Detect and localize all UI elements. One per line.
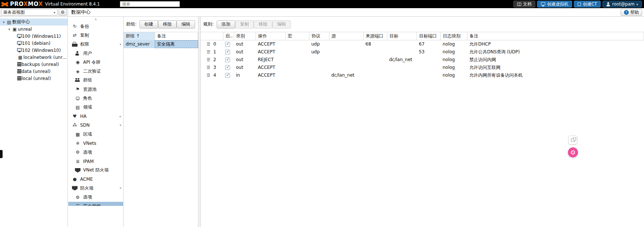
groups-column-header[interactable]: 备注 [155, 32, 198, 40]
rule-protocol [309, 56, 329, 64]
nav-item[interactable]: HA [68, 112, 123, 121]
rules-column-header[interactable]: 目标端口 [417, 32, 440, 40]
tree-item[interactable]: localnetwork (unreal) [0, 54, 68, 61]
nav-expand-icon[interactable] [119, 43, 121, 46]
nav-item[interactable]: 区域 [68, 130, 123, 139]
groups-toolbar-button[interactable]: 创建 [139, 20, 158, 29]
nav-item[interactable]: 选项 [68, 148, 123, 157]
chevron-down-icon [636, 1, 638, 7]
tree-expander-icon[interactable] [7, 27, 12, 31]
create-vm-button[interactable]: 创建虚拟机 [537, 1, 572, 7]
nav-expand-icon[interactable] [119, 114, 121, 118]
nav-item[interactable]: VNet 防火墙 [68, 166, 123, 175]
view-selector[interactable]: 服务器视图 [1, 9, 58, 16]
nav-item-label: VNet 防火墙 [83, 167, 109, 173]
nav-item[interactable]: 资源池 [68, 85, 123, 94]
rule-enabled-checkbox[interactable] [225, 50, 230, 54]
search-input[interactable] [120, 1, 180, 7]
rule-source [329, 56, 363, 64]
tree-item[interactable]: backups (unreal) [0, 61, 68, 68]
groups-column-header[interactable]: 群组 ↑ [124, 32, 155, 40]
groups-toolbar-button[interactable]: 编辑 [177, 20, 195, 29]
rules-column-header[interactable]: 源 [329, 32, 363, 40]
nav-item-label: 二次验证 [83, 68, 101, 74]
firewall-rule-row[interactable]: 0 out ACCEPT udp 68 67 nolog 允许DHCP [201, 40, 644, 48]
nav-item[interactable]: 群组 [68, 76, 123, 85]
rules-column-header[interactable]: 备注 [467, 32, 644, 40]
user-menu-button[interactable]: root@pam [602, 1, 642, 7]
nav-item[interactable]: 二次验证 [68, 67, 123, 76]
create-ct-button[interactable]: 创建CT [574, 1, 601, 7]
tree-expander-icon[interactable] [1, 20, 6, 24]
nav-item[interactable]: 权限 [68, 40, 123, 49]
tree-item[interactable]: local (unreal) [0, 75, 68, 82]
nav-expand-icon[interactable] [119, 123, 121, 127]
tree-item[interactable]: data (unreal) [0, 68, 68, 75]
nav-item[interactable]: 选项 [68, 193, 123, 202]
drag-handle-icon[interactable] [207, 41, 210, 47]
tree-settings-button[interactable] [59, 9, 67, 16]
tree-item[interactable]: 102 (Windows10) [0, 47, 68, 54]
firewall-rule-row[interactable]: 1 out ACCEPT udp 53 nolog 允许公共DNS查询 (UDP… [201, 48, 644, 56]
nav-expand-icon[interactable] [119, 186, 121, 190]
drag-handle-icon[interactable] [207, 57, 210, 62]
drag-handle-icon[interactable] [207, 65, 210, 70]
help-button[interactable]: 帮助 [621, 9, 642, 16]
rule-enabled-checkbox[interactable] [225, 42, 230, 47]
drag-handle-icon[interactable] [207, 49, 210, 54]
rule-enabled-checkbox[interactable] [225, 65, 230, 70]
nav-item[interactable]: SDN [68, 121, 123, 130]
nav-item-label: 资源池 [83, 86, 96, 93]
rules-column-header[interactable]: 启.. [223, 32, 234, 40]
rules-toolbar-button[interactable]: 添加 [217, 20, 235, 29]
group-row[interactable]: dmz_sever 安全隔离 [124, 40, 198, 48]
nav-item[interactable]: ACME [68, 175, 123, 184]
nav-scroll-up[interactable] [68, 17, 123, 22]
rule-source-port [363, 64, 387, 71]
rule-destination [387, 40, 417, 48]
rule-position: 1 [213, 49, 216, 54]
tree-item-label: backups (unreal) [22, 62, 59, 67]
nav-item[interactable]: 角色 [68, 94, 123, 103]
tree-item[interactable]: 数据中心 [0, 19, 68, 26]
overlay-pink-button[interactable] [568, 147, 578, 157]
groups-toolbar-button[interactable]: 移除 [158, 20, 177, 29]
rules-column-header[interactable]: 宏 [285, 32, 309, 40]
tree-item[interactable]: unreal [0, 26, 68, 33]
rule-enabled-checkbox[interactable] [225, 57, 230, 62]
nav-item[interactable]: VNets [68, 139, 123, 148]
rules-toolbar-button[interactable]: 移除 [254, 20, 272, 29]
rule-macro [285, 48, 309, 56]
rules-column-header[interactable]: 目标 [387, 32, 417, 40]
firewall-rule-row[interactable]: 2 out REJECT dc/lan_net nolog 禁止访问内网 [201, 56, 644, 64]
overlay-panel-button[interactable] [568, 136, 577, 144]
rules-toolbar-button[interactable]: 复制 [235, 20, 254, 29]
documentation-button[interactable]: 文档 [513, 1, 535, 7]
edge-tab-handle[interactable] [0, 150, 3, 158]
rules-column-header[interactable]: 操作 [256, 32, 285, 40]
nav-item[interactable]: API 令牌 [68, 58, 123, 67]
nav-item[interactable]: 防火墙 [68, 184, 123, 193]
rules-toolbar-button[interactable]: 编辑 [272, 20, 291, 29]
nav-item[interactable]: 用户 [68, 49, 123, 58]
scroll-up-icon [95, 17, 97, 21]
nav-item[interactable]: 复制 [68, 31, 123, 40]
nav-item[interactable]: 安全群组 [68, 202, 123, 206]
nav-item[interactable]: IPAM [68, 157, 123, 166]
tree-item[interactable]: 101 (debian) [0, 40, 68, 47]
rules-column-header[interactable]: 来源端口 [363, 32, 387, 40]
proxmox-logo-icon [1, 1, 8, 7]
firewall-rule-row[interactable]: 3 out ACCEPT nolog 允许访问互联网 [201, 64, 644, 71]
rule-log-level: nolog [440, 40, 467, 48]
nav-item[interactable]: 领域 [68, 103, 123, 112]
nav-item[interactable]: 备份 [68, 22, 123, 31]
rule-enabled-checkbox[interactable] [225, 73, 230, 78]
drag-handle-icon[interactable] [207, 73, 210, 78]
gear-icon [61, 10, 65, 15]
rules-column-header[interactable]: 日志级别 [440, 32, 467, 40]
firewall-rule-row[interactable]: 4 in ACCEPT dc/lan_net nolog 允许内网所有设备访问本… [201, 71, 644, 79]
rules-column-header[interactable]: 类别 [234, 32, 256, 40]
rules-column-header[interactable]: 协议 [309, 32, 329, 40]
tree-item[interactable]: 100 (Windows11) [0, 33, 68, 40]
rules-column-header[interactable] [201, 32, 223, 40]
